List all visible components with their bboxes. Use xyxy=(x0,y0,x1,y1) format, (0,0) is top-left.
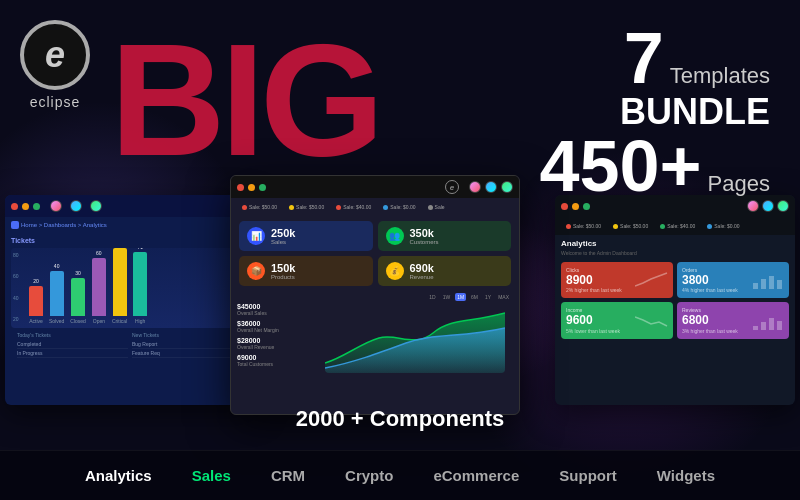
tickets-bottom: Today's Tickets Completed In Progress Ne… xyxy=(11,332,249,358)
avatar-1 xyxy=(50,200,62,212)
avatar-3 xyxy=(90,200,102,212)
ticket-new-2: Feature Req xyxy=(132,349,243,358)
avatar-2 xyxy=(70,200,82,212)
brand-name: eclipse xyxy=(30,94,81,110)
dashboards-container: Home > Dashboards > Analytics Tickets 80… xyxy=(0,175,800,435)
chart-time-selector: 1D 1W 1M 6M 1Y MAX xyxy=(231,291,519,303)
right-badge-4: Sale: $0.00 xyxy=(704,221,742,231)
bundle-label: BUNDLE xyxy=(539,94,770,130)
svg-rect-0 xyxy=(753,283,758,289)
window-dot-yellow xyxy=(22,203,29,210)
stat-orders: Orders 3800 4% higher than last week xyxy=(677,262,789,298)
center-chart-row: $45000 Overall Sales $36000 Overall Net … xyxy=(231,303,519,373)
time-1y[interactable]: 1Y xyxy=(483,293,493,301)
window-dot-red xyxy=(11,203,18,210)
svg-rect-4 xyxy=(753,326,758,330)
brand-logo: e eclipse xyxy=(20,20,90,110)
center-logo-letter: e xyxy=(450,183,454,192)
stat-income: Income 9600 5% lower than last week xyxy=(561,302,673,338)
time-1m[interactable]: 1M xyxy=(455,293,466,301)
today-tickets-col: Today's Tickets Completed In Progress xyxy=(17,332,128,358)
center-avatar-3 xyxy=(501,181,513,193)
bundle-count: 7 xyxy=(624,22,664,94)
bottom-navigation: Analytics Sales CRM Crypto eCommerce Sup… xyxy=(0,450,800,500)
time-max[interactable]: MAX xyxy=(496,293,511,301)
center-dot-yellow xyxy=(248,184,255,191)
card-sales: 📊 250k Sales xyxy=(239,221,373,251)
chart-label-69: 69000 Total Customers xyxy=(237,354,317,367)
hero-big-text: BIG xyxy=(110,20,379,180)
center-dot-red xyxy=(237,184,244,191)
income-mini-chart xyxy=(635,312,670,336)
svg-rect-6 xyxy=(769,318,774,330)
sales-info: 250k Sales xyxy=(271,227,295,245)
breadcrumb: Home > Dashboards > Analytics xyxy=(21,222,107,228)
chart-label-45: $45000 Overall Sales xyxy=(237,303,317,316)
stat-reviews: Reviews 6800 3% higher than last week xyxy=(677,302,789,338)
products-icon: 📦 xyxy=(247,262,265,280)
nav-analytics[interactable]: Analytics xyxy=(85,467,152,484)
dash-right-content: Analytics Welcome to the Admin Dashboard… xyxy=(555,235,795,343)
right-badge-2: Sale: $50.00 xyxy=(610,221,651,231)
stat-badge-2: Sale: $50.00 xyxy=(286,202,327,212)
analytics-title: Analytics xyxy=(561,239,789,248)
time-1d[interactable]: 1D xyxy=(427,293,437,301)
right-stats-bar: Sale: $50.00 Sale: $50.00 Sale: $40.00 S… xyxy=(555,217,795,235)
stat-badge-1: Sale: $50.00 xyxy=(239,202,280,212)
ticket-completed: Completed xyxy=(17,340,128,349)
products-info: 150k Products xyxy=(271,262,295,280)
center-avatar-2 xyxy=(485,181,497,193)
customers-info: 350k Customers xyxy=(410,227,439,245)
nav-sales[interactable]: Sales xyxy=(192,467,231,484)
customers-icon: 👥 xyxy=(386,227,404,245)
card-products: 📦 150k Products xyxy=(239,256,373,286)
chart-labels-left: $45000 Overall Sales $36000 Overall Net … xyxy=(237,303,317,373)
bar-high: 71 High xyxy=(133,248,147,324)
ticket-in-progress: In Progress xyxy=(17,349,128,358)
right-avatar-3 xyxy=(777,200,789,212)
ticket-new-1: Bug Report xyxy=(132,340,243,349)
bar-closed: 30 Closed xyxy=(70,270,86,324)
nav-widgets[interactable]: Widgets xyxy=(657,467,715,484)
center-avatar-1 xyxy=(469,181,481,193)
svg-rect-5 xyxy=(761,322,766,330)
time-1w[interactable]: 1W xyxy=(441,293,453,301)
tickets-title: Tickets xyxy=(11,237,249,244)
revenue-info: 690k Revenue xyxy=(410,262,434,280)
pages-count: 450+ xyxy=(539,130,701,202)
nav-crm[interactable]: CRM xyxy=(271,467,305,484)
nav-ecommerce[interactable]: eCommerce xyxy=(433,467,519,484)
dash-left-header xyxy=(5,195,255,217)
center-logo: e xyxy=(445,180,459,194)
dash-left-nav: Home > Dashboards > Analytics xyxy=(5,217,255,233)
chart-label-28: $28000 Overall Revenue xyxy=(237,337,317,350)
revenue-icon: 💰 xyxy=(386,262,404,280)
stat-badge-3: Sale: $40.00 xyxy=(333,202,374,212)
new-tickets-col: New Tickets Bug Report Feature Req xyxy=(132,332,243,358)
card-revenue: 💰 690k Revenue xyxy=(378,256,512,286)
nav-icon xyxy=(11,221,19,229)
chart-label-36: $36000 Overall Net Margin xyxy=(237,320,317,333)
clicks-mini-chart xyxy=(635,271,670,295)
nav-crypto[interactable]: Crypto xyxy=(345,467,393,484)
templates-label: Templates xyxy=(670,63,770,89)
dash-left-content: Tickets 80 60 40 20 20 Active xyxy=(5,233,255,362)
nav-support[interactable]: Support xyxy=(559,467,617,484)
stat-badge-5: Sale xyxy=(425,202,448,212)
analytics-grid: Clicks 8900 2% higher than last week Ord… xyxy=(561,262,789,339)
bar-solved: 40 Solved xyxy=(49,263,64,324)
reviews-mini-chart xyxy=(751,312,786,336)
pages-label: Pages xyxy=(708,171,770,197)
window-dot-green xyxy=(33,203,40,210)
center-area-chart xyxy=(325,303,505,373)
right-badge-3: Sale: $40.00 xyxy=(657,221,698,231)
time-6m[interactable]: 6M xyxy=(469,293,480,301)
dashboard-left: Home > Dashboards > Analytics Tickets 80… xyxy=(5,195,255,405)
dash-center-header: e xyxy=(231,176,519,198)
orders-mini-chart xyxy=(751,271,786,295)
card-customers: 👥 350k Customers xyxy=(378,221,512,251)
analytics-subtitle: Welcome to the Admin Dashboard xyxy=(561,250,789,256)
center-dot-green xyxy=(259,184,266,191)
svg-rect-7 xyxy=(777,321,782,330)
stat-badge-4: Sale: $0.00 xyxy=(380,202,418,212)
